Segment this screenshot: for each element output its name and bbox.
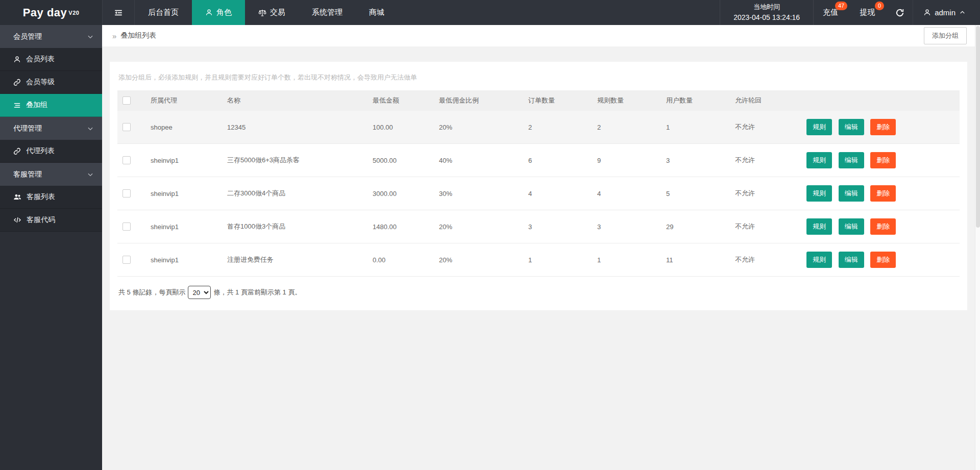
user-menu[interactable]: admin xyxy=(913,0,980,25)
user-icon xyxy=(13,56,21,63)
sidebar-item-support-list[interactable]: 客服列表 xyxy=(0,186,102,209)
withdraw-button[interactable]: 提现 0 xyxy=(850,0,887,25)
sidebar-group-support[interactable]: 客服管理 xyxy=(0,163,102,186)
col-actions xyxy=(801,90,960,111)
tab-label: 后台首页 xyxy=(148,8,179,17)
delete-button[interactable]: 删除 xyxy=(870,119,896,135)
page-scrollbar xyxy=(975,25,980,470)
rule-button[interactable]: 规则 xyxy=(806,119,832,135)
cell-name: 二存3000做4个商品 xyxy=(222,177,368,210)
cell-users: 5 xyxy=(661,177,730,210)
col-agent: 所属代理 xyxy=(145,90,222,111)
delete-button[interactable]: 删除 xyxy=(870,252,896,268)
cell-orders: 1 xyxy=(523,243,592,277)
row-checkbox[interactable] xyxy=(122,123,131,131)
sidebar-group-members[interactable]: 会员管理 xyxy=(0,25,102,48)
pagination-suffix: 條，共 1 頁當前顯示第 1 頁。 xyxy=(213,288,301,297)
delete-button[interactable]: 删除 xyxy=(870,185,896,202)
sidebar-group-label: 客服管理 xyxy=(13,170,42,179)
tab-transactions[interactable]: 交易 xyxy=(245,0,299,25)
scales-icon xyxy=(258,9,266,17)
breadcrumb-bar: » 叠加组列表 添加分组 xyxy=(102,25,975,46)
edit-button[interactable]: 编辑 xyxy=(839,218,864,235)
local-time-value: 2023-04-05 13:24:16 xyxy=(733,12,800,23)
edit-button[interactable]: 编辑 xyxy=(839,152,864,168)
delete-button[interactable]: 删除 xyxy=(870,152,896,168)
col-min-commission: 最低佣金比例 xyxy=(434,90,523,111)
row-checkbox[interactable] xyxy=(122,156,131,164)
refresh-icon xyxy=(895,8,904,17)
col-rules: 规则数量 xyxy=(592,90,661,111)
rule-button[interactable]: 规则 xyxy=(806,218,832,235)
delete-button[interactable]: 删除 xyxy=(870,218,896,235)
row-checkbox[interactable] xyxy=(122,256,131,264)
user-icon xyxy=(205,9,213,16)
cell-users: 3 xyxy=(661,144,730,177)
cell-min-commission: 20% xyxy=(434,210,523,243)
select-all-checkbox[interactable] xyxy=(122,96,131,105)
recharge-button[interactable]: 充值 47 xyxy=(814,0,850,25)
app-logo-text: Pay day xyxy=(23,6,67,19)
list-icon xyxy=(13,102,21,109)
link-icon xyxy=(13,147,21,155)
cell-min-commission: 40% xyxy=(434,144,523,177)
table-row: sheinvip1 三存5000做6+3商品杀客 5000.00 40% 6 9… xyxy=(117,144,960,177)
cell-rules: 9 xyxy=(592,144,661,177)
cell-orders: 6 xyxy=(523,144,592,177)
tab-label: 系统管理 xyxy=(312,8,342,17)
add-group-button[interactable]: 添加分组 xyxy=(924,27,967,44)
withdraw-label: 提现 xyxy=(860,8,875,17)
cell-name: 注册进免费任务 xyxy=(222,243,368,277)
app-logo: Pay day V20 xyxy=(0,0,102,25)
rule-button[interactable]: 规则 xyxy=(806,152,832,168)
local-time-label: 当地时间 xyxy=(753,2,780,12)
sidebar-item-label: 会员列表 xyxy=(26,55,55,64)
page-size-select[interactable]: 20 xyxy=(188,286,211,299)
tab-label: 角色 xyxy=(216,8,232,17)
refresh-button[interactable] xyxy=(887,0,913,25)
scrollbar-thumb[interactable] xyxy=(976,26,980,228)
withdraw-badge: 0 xyxy=(875,2,884,10)
menu-fold-button[interactable] xyxy=(102,0,135,25)
sidebar-item-member-list[interactable]: 会员列表 xyxy=(0,48,102,71)
table-row: sheinvip1 注册进免费任务 0.00 20% 1 1 11 不允许 规则… xyxy=(117,243,960,277)
cell-min-commission: 30% xyxy=(434,177,523,210)
sidebar-item-member-level[interactable]: 会员等级 xyxy=(0,71,102,94)
table-row: sheinvip1 首存1000做3个商品 1480.00 20% 3 3 29… xyxy=(117,210,960,243)
tab-dashboard[interactable]: 后台首页 xyxy=(135,0,192,25)
tab-roles[interactable]: 角色 xyxy=(192,0,245,25)
sidebar-item-agent-list[interactable]: 代理列表 xyxy=(0,140,102,163)
edit-button[interactable]: 编辑 xyxy=(839,119,864,135)
breadcrumb-glyph: » xyxy=(112,32,116,40)
rule-button[interactable]: 规则 xyxy=(806,252,832,268)
table-header-row: 所属代理 名称 最低金额 最低佣金比例 订单数量 规则数量 用户数量 允许轮回 xyxy=(117,90,960,111)
cell-agent: sheinvip1 xyxy=(145,243,222,277)
cell-min-commission: 20% xyxy=(434,111,523,144)
sidebar-item-stack-group[interactable]: 叠加组 xyxy=(0,94,102,117)
tab-label: 交易 xyxy=(270,8,285,17)
code-icon xyxy=(13,216,21,224)
row-checkbox[interactable] xyxy=(122,189,131,197)
col-name: 名称 xyxy=(222,90,368,111)
main-content: » 叠加组列表 添加分组 添加分组后，必须添加规则，并且规则需要对应好订单个数，… xyxy=(102,25,975,470)
cell-min-amount: 3000.00 xyxy=(368,177,434,210)
rule-button[interactable]: 规则 xyxy=(806,185,832,202)
edit-button[interactable]: 编辑 xyxy=(839,252,864,268)
cell-agent: shopee xyxy=(145,111,222,144)
user-icon xyxy=(923,9,931,16)
sidebar-item-support-code[interactable]: 客服代码 xyxy=(0,209,102,232)
pagination-prefix: 共 5 條記錄，每頁顯示 xyxy=(118,288,185,297)
tab-mall[interactable]: 商城 xyxy=(356,0,398,25)
cell-min-amount: 1480.00 xyxy=(368,210,434,243)
row-checkbox[interactable] xyxy=(122,222,131,231)
table-row: sheinvip1 二存3000做4个商品 3000.00 30% 4 4 5 … xyxy=(117,177,960,210)
sidebar-group-agents[interactable]: 代理管理 xyxy=(0,117,102,140)
app-version: V20 xyxy=(68,10,79,16)
table-row: shopee 12345 100.00 20% 2 2 1 不允许 规则 编辑 … xyxy=(117,111,960,144)
cell-users: 1 xyxy=(661,111,730,144)
cell-orders: 2 xyxy=(523,111,592,144)
local-time: 当地时间 2023-04-05 13:24:16 xyxy=(720,0,814,25)
edit-button[interactable]: 编辑 xyxy=(839,185,864,202)
tab-system[interactable]: 系统管理 xyxy=(299,0,356,25)
cell-min-amount: 0.00 xyxy=(368,243,434,277)
